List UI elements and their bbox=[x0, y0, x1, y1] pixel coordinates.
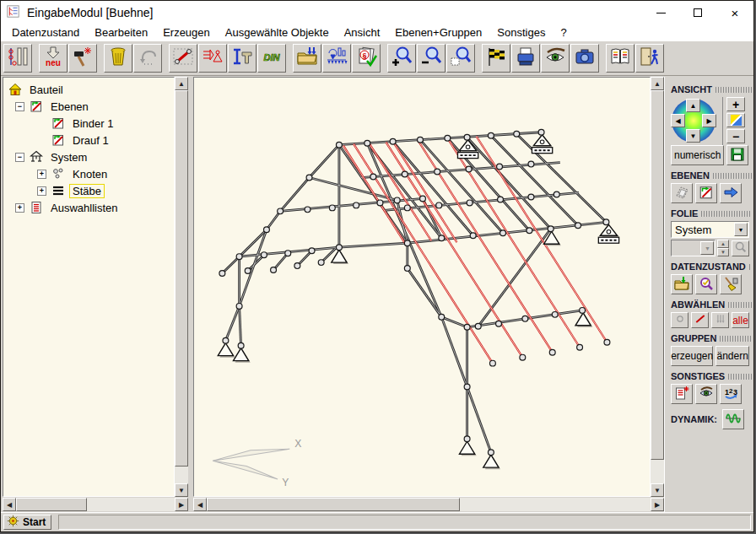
plane-next-button[interactable] bbox=[720, 183, 742, 203]
scroll-down-icon[interactable]: ▼ bbox=[651, 483, 664, 497]
maximize-button[interactable] bbox=[679, 2, 716, 24]
zoom-window-button[interactable] bbox=[446, 44, 475, 73]
canvas-vscroll-thumb[interactable] bbox=[651, 90, 664, 460]
hatch-strip bbox=[701, 211, 752, 217]
edit-support-button[interactable] bbox=[198, 44, 227, 73]
tree-label: Stäbe bbox=[69, 184, 105, 198]
deselect-members-button[interactable] bbox=[691, 312, 709, 328]
zoom-minus-button[interactable]: − bbox=[726, 129, 745, 143]
print-button[interactable] bbox=[511, 44, 540, 73]
scroll-up-icon[interactable]: ▲ bbox=[651, 77, 664, 90]
tree-vscroll-thumb[interactable] bbox=[175, 90, 188, 467]
minimize-button[interactable] bbox=[642, 2, 679, 24]
tree-item-drauf-1[interactable]: Drauf 1 bbox=[3, 132, 174, 148]
load-state-button[interactable] bbox=[671, 274, 693, 294]
calculate-button[interactable] bbox=[482, 44, 510, 73]
collapse-icon[interactable]: − bbox=[15, 102, 24, 111]
hatch-strip bbox=[713, 173, 752, 179]
tree-item-binder-1[interactable]: Binder 1 bbox=[3, 115, 174, 132]
tree-vertical-scrollbar[interactable]: ▲ ▼ bbox=[175, 77, 188, 497]
tree-item-stäbe[interactable]: +Stäbe bbox=[3, 182, 174, 199]
tree-hscroll-track[interactable] bbox=[87, 498, 175, 511]
undo-button[interactable] bbox=[133, 44, 162, 73]
clean-state-button[interactable] bbox=[720, 274, 742, 294]
deselect-all-button[interactable]: alle bbox=[732, 312, 749, 328]
zoom-out-button[interactable] bbox=[417, 44, 446, 73]
scroll-down-icon[interactable]: ▼ bbox=[175, 483, 188, 497]
scroll-up-icon[interactable]: ▲ bbox=[175, 77, 188, 90]
group-create-button[interactable]: erzeugen bbox=[671, 346, 713, 366]
load-distribution-button[interactable] bbox=[322, 44, 351, 73]
edit-member-button[interactable] bbox=[169, 44, 197, 73]
menu-datenzustand[interactable]: Datenzustand bbox=[4, 25, 87, 40]
scroll-left-icon[interactable]: ◀ bbox=[3, 498, 16, 511]
create-object-button[interactable] bbox=[68, 44, 97, 73]
start-button[interactable]: Start bbox=[3, 515, 51, 530]
canvas-horizontal-scrollbar[interactable]: ◀ ▶ bbox=[193, 498, 664, 511]
view-results-button[interactable] bbox=[541, 44, 570, 73]
import-loads-button[interactable] bbox=[293, 44, 321, 73]
folie-spinner[interactable]: ▲▼ bbox=[717, 240, 728, 256]
menu-ebenen-gruppen[interactable]: Ebenen+Gruppen bbox=[387, 25, 489, 40]
load-distribution-icon bbox=[326, 46, 348, 71]
documentation-button[interactable] bbox=[606, 44, 634, 73]
norm-check-button[interactable]: § bbox=[352, 44, 381, 73]
menu-erzeugen[interactable]: Erzeugen bbox=[155, 25, 218, 40]
rotate-up-button[interactable]: ▲ bbox=[686, 99, 700, 112]
check-state-button[interactable] bbox=[695, 274, 717, 294]
canvas-hscroll-track[interactable] bbox=[460, 498, 651, 511]
din-standard-button[interactable]: DIN bbox=[257, 44, 286, 73]
rotate-down-button[interactable]: ▼ bbox=[686, 129, 700, 143]
collapse-icon[interactable]: − bbox=[15, 153, 24, 162]
zoom-in-button[interactable] bbox=[387, 44, 416, 73]
menu-ansicht[interactable]: Ansicht bbox=[337, 25, 388, 40]
part-manager-button[interactable] bbox=[3, 44, 32, 73]
delete-button[interactable] bbox=[104, 44, 132, 73]
rotate-right-button[interactable]: ▶ bbox=[702, 114, 716, 127]
close-button[interactable]: × bbox=[716, 2, 753, 24]
tree-item-bauteil[interactable]: Bauteil bbox=[3, 81, 174, 98]
new-part-button[interactable]: neu bbox=[39, 44, 68, 73]
snapshot-button[interactable] bbox=[570, 44, 599, 73]
render-mode-button[interactable] bbox=[726, 113, 745, 127]
expand-icon[interactable]: + bbox=[37, 170, 46, 179]
view-options-button[interactable] bbox=[695, 384, 717, 404]
numeric-view-button[interactable]: numerisch bbox=[671, 145, 724, 165]
tree-item-ebenen[interactable]: −Ebenen bbox=[3, 98, 174, 115]
menu-ausgew-hlte-objekte[interactable]: Ausgewählte Objekte bbox=[218, 25, 337, 40]
dynamics-button[interactable] bbox=[722, 409, 744, 429]
scroll-right-icon[interactable]: ▶ bbox=[175, 498, 188, 511]
folie-select[interactable]: System ▼ bbox=[671, 221, 749, 238]
save-view-button[interactable] bbox=[726, 145, 748, 165]
canvas-vertical-scrollbar[interactable]: ▲ ▼ bbox=[651, 77, 664, 497]
tree-item-system[interactable]: −System bbox=[3, 148, 174, 165]
tree-item-auswahllisten[interactable]: +Auswahllisten bbox=[3, 199, 174, 216]
zoom-plus-button[interactable]: + bbox=[726, 97, 745, 111]
group-change-button[interactable]: ändern bbox=[716, 346, 749, 366]
menu--[interactable]: ? bbox=[553, 25, 574, 40]
plane-edit-button[interactable] bbox=[695, 183, 717, 203]
tree-horizontal-scrollbar[interactable]: ◀ ▶ bbox=[3, 498, 188, 511]
model-canvas-area: XY ▲ ▼ bbox=[193, 77, 664, 497]
expand-icon[interactable]: + bbox=[15, 203, 24, 213]
model-canvas[interactable]: XY bbox=[193, 77, 651, 497]
menu-sonstiges[interactable]: Sonstiges bbox=[489, 25, 553, 40]
scroll-left-icon[interactable]: ◀ bbox=[193, 498, 207, 511]
book-icon bbox=[609, 46, 631, 71]
expand-icon[interactable]: + bbox=[37, 186, 46, 196]
chevron-down-icon[interactable]: ▼ bbox=[734, 223, 748, 236]
new-list-button[interactable] bbox=[671, 384, 693, 404]
tree-vscroll-track[interactable] bbox=[175, 467, 188, 483]
canvas-vscroll-track[interactable] bbox=[651, 460, 664, 483]
scroll-right-icon[interactable]: ▶ bbox=[651, 498, 664, 511]
cross-section-button[interactable] bbox=[228, 44, 256, 73]
plane-3d-button[interactable] bbox=[671, 183, 693, 203]
svg-text:neu: neu bbox=[46, 58, 61, 67]
exit-button[interactable] bbox=[635, 44, 664, 73]
menu-bearbeiten[interactable]: Bearbeiten bbox=[87, 25, 155, 40]
renumber-button[interactable]: 123 bbox=[720, 384, 742, 404]
rotate-left-button[interactable]: ◀ bbox=[671, 114, 685, 127]
canvas-hscroll-thumb[interactable] bbox=[207, 498, 460, 511]
tree-hscroll-thumb[interactable] bbox=[16, 498, 87, 511]
tree-item-knoten[interactable]: +Knoten bbox=[3, 165, 174, 182]
